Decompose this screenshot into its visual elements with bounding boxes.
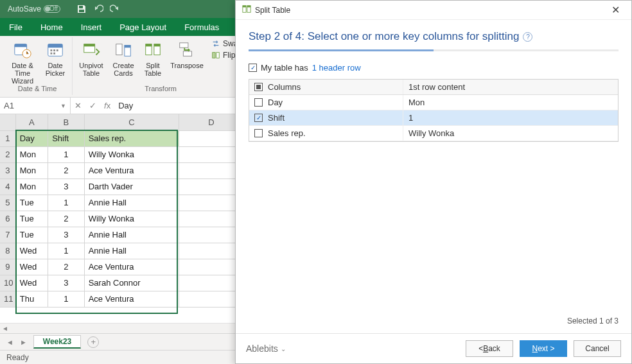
cell[interactable]: Wed [15,243,48,259]
cell[interactable] [179,178,244,195]
sheet-nav-prev-icon[interactable]: ◄ [6,338,13,346]
cell[interactable] [179,211,244,227]
cell[interactable] [179,259,244,275]
col-header-c[interactable]: C [84,114,179,130]
cell[interactable] [179,275,244,291]
col-header-d[interactable]: D [179,114,244,130]
unpivot-table-button[interactable]: Unpivot Table [76,39,106,77]
row-header[interactable]: 7 [0,227,15,243]
cell[interactable]: Ace Ventura [84,291,179,307]
cell[interactable]: Day [15,130,48,146]
close-icon[interactable]: ✕ [606,4,625,16]
enter-formula-icon[interactable]: ✓ [89,101,96,110]
row-header[interactable]: 11 [0,291,15,307]
split-table-button[interactable]: Split Table [141,39,165,77]
column-row[interactable]: Sales rep. Willy Wonka [249,126,618,141]
cell[interactable]: 1 [48,243,85,259]
row-header[interactable]: 2 [0,146,15,162]
row-header[interactable]: 3 [0,162,15,178]
transpose-button[interactable]: Transpose [169,39,205,69]
cell[interactable]: Sarah Connor [84,275,179,291]
tab-file[interactable]: File [0,18,31,36]
save-icon[interactable] [76,3,87,15]
name-box[interactable]: A1 ▼ [0,98,71,114]
row-header[interactable]: 6 [0,211,15,227]
worksheet-grid[interactable]: A B C D 1 Day Shift Sales rep. 2Mon1Will… [0,114,244,308]
column-checkbox[interactable]: ✓ [254,114,263,122]
brand-label[interactable]: Ablebits ⌄ [246,343,286,354]
cell[interactable]: 2 [48,211,85,227]
cell[interactable]: Thu [15,291,48,307]
cell[interactable]: Willy Wonka [84,146,179,162]
cell[interactable]: 2 [48,162,85,178]
cell[interactable] [179,130,244,146]
column-checkbox[interactable] [254,98,263,107]
cell[interactable]: Tue [15,211,48,227]
header-row-link[interactable]: 1 header row [312,63,361,73]
next-button[interactable]: Next > [520,340,567,357]
tab-home[interactable]: Home [31,18,72,36]
cell[interactable]: Mon [15,162,48,178]
row-header[interactable]: 10 [0,275,15,291]
cell[interactable] [179,195,244,211]
cell[interactable] [179,227,244,243]
cell[interactable]: Tue [15,227,48,243]
cell[interactable]: Tue [15,195,48,211]
cell[interactable] [179,162,244,178]
sheet-nav-next-icon[interactable]: ► [20,338,27,346]
row-header[interactable]: 9 [0,259,15,275]
cell[interactable]: 3 [48,227,85,243]
back-button[interactable]: < Back [466,340,513,357]
cell[interactable] [179,291,244,307]
cell[interactable]: Annie Hall [84,195,179,211]
cell[interactable]: Mon [15,146,48,162]
cell[interactable]: Wed [15,275,48,291]
cell[interactable]: Wed [15,259,48,275]
tab-page-layout[interactable]: Page Layout [110,18,175,36]
select-all-corner[interactable] [0,114,15,130]
cancel-button[interactable]: Cancel [574,340,621,357]
row-header[interactable]: 5 [0,195,15,211]
header-row-checkbox[interactable]: ✓ [249,64,257,72]
sheet-tab-active[interactable]: Week23 [33,335,81,349]
autosave-toggle[interactable]: AutoSave Off [8,4,60,13]
cell[interactable]: 3 [48,275,85,291]
scroll-left-icon[interactable]: ◄ [0,324,10,333]
select-all-columns-checkbox[interactable] [254,83,263,91]
column-checkbox[interactable] [254,129,263,137]
cell[interactable]: Annie Hall [84,227,179,243]
cell[interactable]: 1 [48,195,85,211]
column-row[interactable]: Day Mon [249,95,618,110]
row-header[interactable]: 8 [0,243,15,259]
cell[interactable]: Mon [15,178,48,195]
help-icon[interactable]: ? [523,32,532,42]
cancel-formula-icon[interactable]: ✕ [75,101,82,110]
cell[interactable]: Shift [48,130,85,146]
redo-icon[interactable] [109,3,121,15]
cell[interactable]: 2 [48,259,85,275]
cell[interactable]: Annie Hall [84,243,179,259]
row-header[interactable]: 1 [0,130,15,146]
cell[interactable] [179,243,244,259]
cell[interactable]: Ace Ventura [84,162,179,178]
cell[interactable]: 1 [48,291,85,307]
cell[interactable]: Ace Ventura [84,259,179,275]
date-picker-button[interactable]: Date Picker [42,39,68,77]
column-row[interactable]: ✓ Shift 1 [249,110,618,126]
fx-icon[interactable]: fx [104,101,110,110]
cell[interactable] [179,146,244,162]
cell[interactable]: 3 [48,178,85,195]
cell[interactable]: Darth Vader [84,178,179,195]
create-cards-button[interactable]: Create Cards [110,39,137,77]
tab-formulas[interactable]: Formulas [175,18,228,36]
add-sheet-button[interactable]: + [87,336,99,348]
col-header-b[interactable]: B [48,114,85,130]
row-header[interactable]: 4 [0,178,15,195]
undo-icon[interactable] [92,3,104,15]
cell[interactable]: Willy Wonka [84,211,179,227]
cell[interactable]: Sales rep. [84,130,179,146]
tab-insert[interactable]: Insert [72,18,111,36]
date-time-wizard-button[interactable]: Date & Time Wizard [6,39,39,85]
cell[interactable]: 1 [48,146,85,162]
col-header-a[interactable]: A [15,114,48,130]
